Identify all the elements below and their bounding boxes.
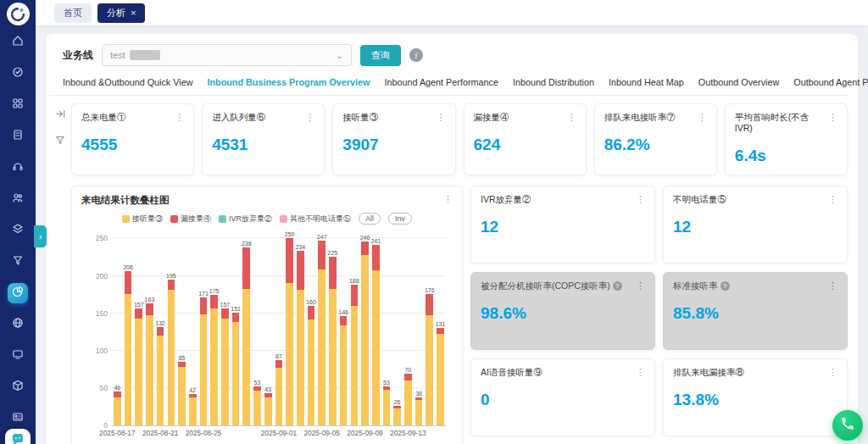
card-value: 12 [673, 218, 837, 236]
tab-inbound-heat-map[interactable]: Inbound Heat Map [609, 77, 684, 87]
sidebar-collapse-handle[interactable]: › [34, 225, 47, 247]
tab-home-label: 首页 [64, 7, 82, 19]
grid-icon [11, 97, 25, 114]
card-value: 98.6% [481, 304, 645, 323]
sidebar-item-layers[interactable] [8, 220, 28, 241]
report-tabs: Inbound &Outbound Quick View Inbound Bus… [49, 73, 848, 96]
bar-2025-09-11: 53 [381, 238, 392, 425]
sidebar-item-analytics[interactable] [8, 283, 28, 303]
sidebar [0, 0, 36, 444]
phone-fab-button[interactable] [832, 410, 863, 441]
box-icon [11, 379, 25, 396]
chat-assistant-button[interactable] [5, 429, 31, 444]
bar-2025-09-03: 234 [295, 238, 306, 425]
kpi-row: 总来电量①⋮ 4555 进入队列量⑥⋮ 4531 接听量③⋮ 3907 漏接 [71, 103, 848, 175]
bar-2025-09-06: 225 [327, 238, 338, 425]
phone-icon [840, 416, 855, 435]
legend-item[interactable]: IVR放弃量② [219, 214, 272, 225]
tab-outbound-overview[interactable]: Outbound Overview [698, 77, 779, 87]
legend-all-button[interactable]: All [359, 213, 381, 225]
legend-item[interactable]: 其他不明电话量⑤ [280, 214, 351, 225]
business-line-select[interactable]: test ⌄ [102, 44, 352, 66]
sidebar-item-package[interactable] [8, 377, 28, 397]
sidebar-item-card[interactable] [8, 408, 28, 429]
kpi-value: 4555 [81, 136, 184, 154]
sidebar-item-report[interactable] [8, 126, 28, 147]
check-circle-icon [11, 65, 25, 82]
legend-item[interactable]: 接听量③ [122, 214, 163, 225]
kebab-menu-icon[interactable]: ⋮ [437, 112, 446, 123]
bar-2025-08-31: 43 [263, 238, 274, 425]
bar-2025-09-10: 241 [370, 238, 381, 425]
card-value: 85.8% [673, 304, 837, 323]
filter-funnel-icon[interactable] [54, 134, 66, 149]
sidebar-item-monitor[interactable] [8, 346, 28, 366]
bar-2025-08-22: 195 [166, 238, 177, 425]
query-button[interactable]: 查询 [360, 45, 401, 66]
legend-swatch [122, 215, 130, 223]
bar-2025-09-05: 2472025-09-05 [316, 238, 327, 425]
kebab-menu-icon[interactable]: ⋮ [305, 112, 314, 123]
chart-legend-items: 接听量③漏接量④IVR放弃量②其他不明电话量⑤ [122, 214, 351, 225]
kpi-value: 624 [474, 136, 576, 154]
tab-inbound-outbound-quick-view[interactable]: Inbound &Outbound Quick View [63, 77, 192, 87]
kpi-value: 86.2% [604, 136, 707, 154]
tab-home[interactable]: 首页 [54, 3, 92, 23]
bar-2025-08-23: 85 [176, 238, 187, 425]
layers-icon [11, 222, 25, 239]
bar-2025-09-15: 176 [424, 238, 435, 425]
kebab-menu-icon[interactable]: ⋮ [698, 112, 707, 123]
close-icon[interactable]: × [131, 8, 136, 18]
kebab-menu-icon[interactable]: ⋮ [636, 194, 645, 205]
sidebar-item-audit[interactable] [8, 64, 28, 84]
sidebar-item-globe[interactable] [8, 314, 28, 335]
tab-outbound-agent-performance[interactable]: Outbound Agent Performance [793, 77, 868, 87]
bar-2025-09-16: 131 [435, 238, 446, 425]
bar-2025-09-09: 2462025-09-09 [359, 238, 370, 425]
bar-2025-08-29: 238 [241, 238, 252, 425]
tab-analysis-label: 分析 [107, 7, 125, 19]
funnel-icon [11, 253, 25, 270]
bar-2025-08-27: 157 [220, 238, 231, 425]
tab-inbound-business-program-overview[interactable]: Inbound Business Program Overview [207, 77, 370, 87]
tab-analysis[interactable]: 分析 × [97, 3, 145, 23]
tab-inbound-agent-performance[interactable]: Inbound Agent Performance [384, 77, 498, 87]
legend-inv-button[interactable]: Inv [388, 213, 412, 225]
sidebar-item-home[interactable] [8, 32, 28, 53]
sidebar-item-service[interactable] [8, 158, 28, 178]
home-icon [11, 34, 25, 51]
bar-2025-09-12: 26 [392, 238, 403, 425]
bar-2025-08-30: 53 [252, 238, 263, 425]
kpi-value: 3907 [342, 136, 445, 154]
help-icon[interactable]: ? [721, 281, 730, 291]
bar-2025-08-17: 462025-08-17 [112, 238, 123, 425]
card-answered-calls: 接听量③⋮ 3907 [332, 103, 455, 175]
sidebar-item-apps[interactable] [8, 95, 28, 115]
kpi-value: 6.4s [735, 147, 837, 165]
stacked-bar-chart-card: 来电结果计数叠柱图 ⋮ 接听量③漏接量④IVR放弃量②其他不明电话量⑤ All … [71, 186, 463, 444]
kebab-menu-icon[interactable]: ⋮ [636, 367, 645, 378]
kebab-menu-icon[interactable]: ⋮ [828, 367, 837, 378]
kpi-value: 4531 [212, 136, 314, 154]
headset-icon [11, 159, 25, 176]
kebab-menu-icon[interactable]: ⋮ [828, 280, 837, 291]
kebab-menu-icon[interactable]: ⋮ [828, 194, 837, 205]
kebab-menu-icon[interactable]: ⋮ [567, 112, 576, 123]
legend-item[interactable]: 漏接量④ [170, 214, 211, 225]
kebab-menu-icon[interactable]: ⋮ [175, 112, 184, 123]
sidebar-item-team[interactable] [8, 189, 28, 209]
tab-inbound-distribution[interactable]: Inbound Distribution [513, 77, 594, 87]
app-logo[interactable] [7, 3, 30, 25]
card-value: 12 [481, 218, 645, 236]
card-copc-answer-rate: 被分配分机接听率(COPC接听率)?⋮ 98.6% [470, 272, 655, 350]
kebab-menu-icon[interactable]: ⋮ [636, 280, 645, 291]
card-unknown-calls: 不明电话量⑤⋮ 12 [663, 186, 848, 264]
info-icon[interactable]: i [409, 48, 423, 62]
card-value: 0 [481, 391, 645, 409]
kebab-menu-icon[interactable]: ⋮ [443, 194, 453, 205]
expand-panel-icon[interactable] [54, 108, 67, 124]
sidebar-item-funnel[interactable] [8, 252, 28, 272]
help-icon[interactable]: ? [613, 281, 622, 291]
kebab-menu-icon[interactable]: ⋮ [828, 112, 837, 123]
bar-2025-08-19: 157 [133, 238, 144, 425]
